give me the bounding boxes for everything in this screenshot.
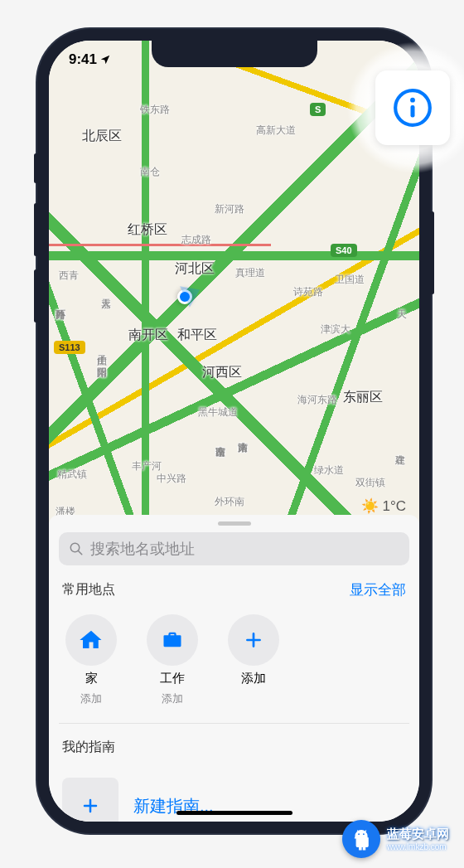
favorite-sublabel: 添加 (162, 691, 183, 706)
favorite-work[interactable]: 工作 添加 (143, 614, 201, 706)
map-traffic-red (49, 244, 419, 246)
plus-icon (228, 614, 279, 666)
district-label: 河北区 (175, 260, 215, 278)
place-label: 双街镇 (355, 476, 385, 490)
info-button[interactable] (375, 70, 450, 145)
bottom-sheet[interactable]: 搜索地名或地址 常用地点 显示全部 家 添加 (49, 515, 419, 822)
search-input[interactable]: 搜索地名或地址 (59, 532, 409, 565)
road-shield-s40: S40 (331, 244, 357, 257)
svg-rect-4 (411, 105, 415, 118)
plus-icon (62, 778, 118, 822)
place-label: 西青 (59, 269, 79, 283)
guides-title: 我的指南 (62, 739, 115, 756)
search-placeholder: 搜索地名或地址 (90, 539, 195, 559)
power-button (430, 211, 434, 294)
favorite-label: 工作 (160, 671, 185, 686)
svg-point-6 (363, 833, 365, 835)
favorites-row: 家 添加 工作 添加 添加 (59, 608, 409, 724)
favorite-add[interactable]: 添加 (225, 614, 283, 706)
place-label: 黑牛城道 (198, 405, 238, 419)
district-label: 东丽区 (343, 389, 383, 406)
place-label: 卫国道 (335, 273, 365, 287)
svg-point-5 (358, 833, 360, 835)
watermark-text: 蓝莓安卓网 (387, 827, 449, 842)
sheet-grabber[interactable] (218, 521, 251, 526)
weather-badge[interactable]: ☀️ 1°C (361, 497, 406, 515)
place-label: 津滨大 (321, 322, 350, 337)
info-callout-magnified (346, 41, 464, 174)
sun-icon: ☀️ (361, 497, 379, 515)
guides-header: 我的指南 (59, 724, 409, 764)
district-label: 河西区 (202, 364, 242, 381)
district-label: 和平区 (177, 327, 217, 344)
briefcase-icon (147, 614, 198, 666)
place-label: 精武镇 (57, 468, 87, 482)
place-label: 绿水道 (314, 463, 344, 478)
home-indicator[interactable] (176, 811, 292, 815)
place-label: 外环南 (215, 495, 244, 509)
place-label: 铁东路 (140, 103, 170, 117)
favorite-home[interactable]: 家 添加 (62, 614, 120, 706)
favorite-label: 添加 (241, 671, 266, 686)
road-shield-s113: S113 (54, 341, 85, 354)
user-location-dot (177, 289, 192, 304)
favorites-title: 常用地点 (62, 581, 115, 599)
place-label: 高新大道 (256, 124, 296, 138)
favorites-header: 常用地点 显示全部 (59, 565, 409, 608)
district-label: 北辰区 (82, 128, 122, 145)
side-button (34, 153, 38, 183)
place-label: 真理道 (235, 266, 265, 280)
place-label: 新河路 (215, 202, 244, 216)
volume-up-button (34, 203, 38, 256)
search-icon (69, 541, 84, 556)
favorite-sublabel: 添加 (80, 691, 102, 706)
status-time: 9:41 (69, 51, 111, 68)
svg-line-1 (78, 550, 82, 555)
home-icon (65, 614, 117, 666)
android-icon (342, 820, 380, 858)
place-label: 诗苑路 (293, 285, 323, 299)
show-all-link[interactable]: 显示全部 (350, 580, 406, 599)
place-label: 志成路 (181, 233, 211, 247)
place-label: 天 (397, 308, 407, 322)
road-shield-partial: S (310, 103, 326, 116)
info-icon (392, 87, 433, 129)
notch (152, 41, 317, 67)
volume-down-button (34, 269, 38, 322)
place-label: 中兴路 (157, 472, 186, 486)
time-text: 9:41 (69, 51, 97, 68)
district-label: 南开区 (128, 327, 168, 344)
favorite-label: 家 (85, 671, 98, 686)
watermark-url: www.lmkzb.com (387, 842, 449, 851)
location-arrow-icon (99, 54, 111, 65)
watermark: 蓝莓安卓网 www.lmkzb.com (342, 820, 449, 858)
svg-point-3 (410, 98, 415, 103)
weather-temp: 1°C (382, 498, 406, 515)
place-label: 海河东路 (297, 393, 337, 407)
district-label: 红桥区 (128, 221, 167, 239)
place-label: 南仓 (140, 165, 160, 179)
